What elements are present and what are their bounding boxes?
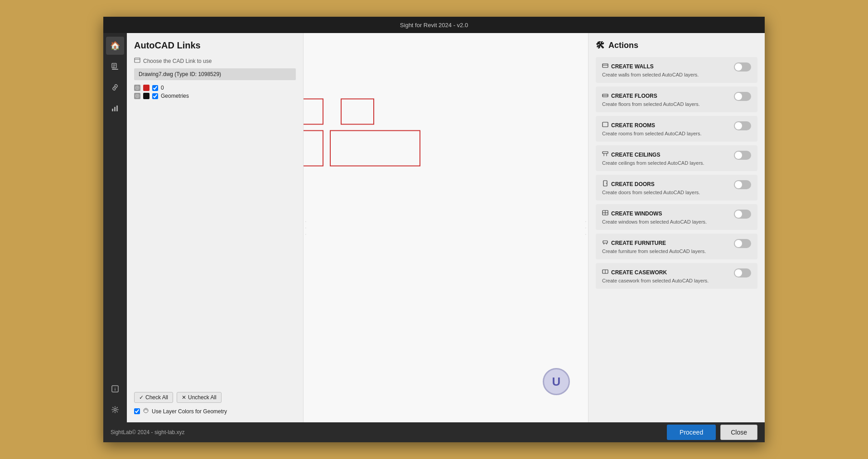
svg-rect-0 — [112, 69, 118, 70]
layer-color-0 — [143, 85, 149, 91]
bottom-actions: Proceed Close — [667, 425, 757, 440]
shape-rect-2 — [341, 99, 374, 125]
windows-desc: Create windows from selected AutoCAD lay… — [602, 219, 729, 225]
sidebar-item-chart[interactable] — [106, 99, 124, 117]
check-all-button[interactable]: ✓ Check All — [134, 392, 173, 403]
svg-rect-11 — [135, 58, 140, 62]
casework-title: CREATE CASEWORK — [611, 269, 667, 276]
shape-rect-4 — [330, 130, 420, 167]
canvas-area: ··· ··· U — [304, 33, 588, 422]
furniture-desc: Create furniture from selected AutoCAD l… — [602, 249, 729, 254]
casework-icon — [602, 268, 608, 276]
doors-icon — [602, 180, 608, 188]
layer-color-geom — [143, 93, 149, 99]
sidebar-item-info[interactable]: i — [106, 380, 124, 398]
action-card-create-furniture: CREATE FURNITURE Create furniture from s… — [596, 234, 757, 259]
floors-toggle[interactable] — [734, 92, 751, 101]
layer-checkbox-0[interactable] — [152, 85, 158, 91]
uncheck-all-button[interactable]: ✕ Uncheck All — [177, 392, 222, 403]
svg-point-10 — [114, 409, 116, 411]
actions-title: Actions — [608, 41, 638, 50]
avatar: U — [543, 368, 570, 395]
layer-label-0: 0 — [161, 85, 164, 91]
use-layer-colors-label: Use Layer Colors for Geometry — [152, 408, 227, 415]
canvas-divider-right[interactable]: ··· — [583, 219, 588, 237]
action-card-create-windows: CREATE WINDOWS Create windows from selec… — [596, 204, 757, 230]
panel-title: AutoCAD Links — [134, 40, 296, 51]
rooms-desc: Create rooms from selected AutoCAD layer… — [602, 131, 729, 136]
sidebar-item-link[interactable] — [106, 78, 124, 96]
shape-rect-3 — [304, 130, 323, 167]
svg-rect-24 — [603, 122, 608, 127]
casework-toggle[interactable] — [734, 268, 751, 277]
link-hint-icon — [134, 57, 140, 65]
svg-text:i: i — [115, 387, 116, 392]
check-icon: ✓ — [139, 394, 144, 401]
furniture-title: CREATE FURNITURE — [611, 240, 666, 246]
uncheck-all-label: Uncheck All — [188, 394, 217, 401]
actions-header: 🛠 Actions — [596, 40, 757, 51]
windows-toggle[interactable] — [734, 210, 751, 219]
actions-icon: 🛠 — [596, 40, 605, 51]
svg-rect-6 — [114, 107, 116, 111]
sidebar-item-settings[interactable] — [106, 401, 124, 419]
rooms-toggle[interactable] — [734, 121, 751, 130]
check-all-label: Check All — [145, 394, 168, 401]
doors-desc: Create doors from selected AutoCAD layer… — [602, 190, 729, 195]
walls-title: CREATE WALLS — [611, 63, 654, 70]
ceilings-toggle[interactable] — [734, 151, 751, 160]
shapes-container — [304, 99, 435, 194]
rooms-icon — [602, 121, 608, 129]
svg-point-29 — [606, 183, 607, 184]
layer-icon-geom — [134, 93, 140, 99]
action-card-create-floors: CREATE FLOORS Create floors from selecte… — [596, 86, 757, 112]
layer-checkbox-geom[interactable] — [152, 93, 158, 99]
doors-title: CREATE DOORS — [611, 181, 655, 187]
action-card-create-rooms: CREATE ROOMS Create rooms from selected … — [596, 116, 757, 142]
walls-icon — [602, 62, 608, 70]
use-layer-colors: Use Layer Colors for Geometry — [134, 407, 296, 415]
color-hint-icon — [143, 407, 149, 415]
cad-link-hint: Choose the CAD Link to use — [134, 57, 296, 65]
furniture-toggle[interactable] — [734, 239, 751, 248]
layer-checkbox-geom-wrapper — [152, 93, 158, 99]
furniture-icon — [602, 239, 608, 247]
svg-rect-20 — [603, 64, 608, 67]
ceilings-icon — [602, 151, 608, 158]
doors-toggle[interactable] — [734, 180, 751, 189]
sidebar: 🏠 — [103, 33, 127, 422]
panel-actions: ✓ Check All ✕ Uncheck All Use L — [134, 392, 296, 415]
svg-rect-5 — [112, 109, 113, 111]
floors-title: CREATE FLOORS — [611, 93, 657, 99]
sidebar-item-edit[interactable] — [106, 57, 124, 76]
check-buttons: ✓ Check All ✕ Uncheck All — [134, 392, 296, 403]
shape-rect-1 — [304, 99, 323, 125]
layer-checkbox-0-wrapper — [152, 85, 158, 91]
action-card-create-walls: CREATE WALLS Create walls from selected … — [596, 57, 757, 83]
windows-icon — [602, 210, 608, 217]
avatar-letter: U — [552, 375, 561, 389]
right-panel: 🛠 Actions CREATE WALLS Create walls from… — [588, 33, 765, 422]
link-item[interactable]: Drawing7.dwg (Type ID: 1098529) — [134, 68, 296, 80]
layer-item-0: 0 — [134, 85, 296, 91]
uncheck-icon: ✕ — [182, 394, 186, 401]
sidebar-item-home[interactable]: 🏠 — [106, 37, 124, 55]
action-card-create-casework: CREATE CASEWORK Create casework from sel… — [596, 263, 757, 289]
svg-rect-7 — [116, 105, 118, 111]
canvas-divider-left[interactable]: ··· — [304, 219, 308, 237]
ceilings-desc: Create ceilings from selected AutoCAD la… — [602, 160, 729, 166]
action-card-create-doors: CREATE DOORS Create doors from selected … — [596, 175, 757, 201]
svg-rect-33 — [603, 241, 608, 243]
cad-link-hint-text: Choose the CAD Link to use — [143, 58, 212, 64]
close-button[interactable]: Close — [720, 425, 757, 440]
layer-list: 0 Geometries — [134, 85, 296, 99]
floors-desc: Create floors from selected AutoCAD laye… — [602, 101, 729, 107]
window-title: Sight for Revit 2024 - v2.0 — [400, 22, 468, 29]
use-layer-colors-checkbox[interactable] — [134, 408, 140, 414]
svg-rect-25 — [603, 152, 608, 153]
ceilings-title: CREATE CEILINGS — [611, 152, 660, 158]
walls-toggle[interactable] — [734, 62, 751, 72]
app-window: Sight for Revit 2024 - v2.0 🏠 — [103, 17, 765, 442]
proceed-button[interactable]: Proceed — [667, 425, 716, 440]
windows-title: CREATE WINDOWS — [611, 210, 662, 217]
